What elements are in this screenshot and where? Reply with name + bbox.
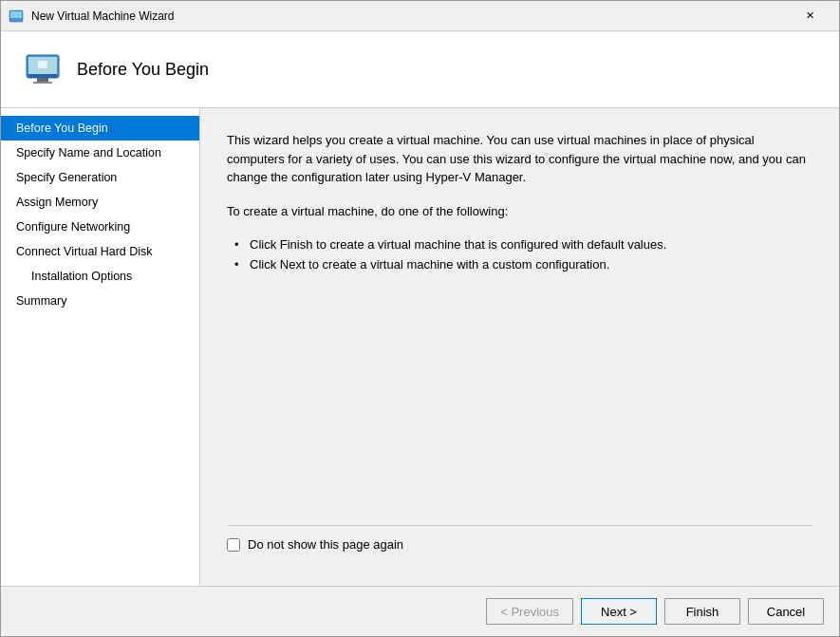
sidebar-item-before-you-begin[interactable]: Before You Begin xyxy=(1,116,199,141)
sidebar-item-specify-generation[interactable]: Specify Generation xyxy=(1,165,199,190)
sidebar-item-configure-networking[interactable]: Configure Networking xyxy=(1,215,199,239)
sidebar: Before You BeginSpecify Name and Locatio… xyxy=(1,108,200,586)
sidebar-item-specify-name[interactable]: Specify Name and Location xyxy=(1,141,199,165)
close-button[interactable]: ✕ xyxy=(788,1,831,31)
footer: < Previous Next > Finish Cancel xyxy=(1,586,839,636)
instruction-paragraph: To create a virtual machine, do one of t… xyxy=(227,202,812,221)
do-not-show-row: Do not show this page again xyxy=(227,525,812,563)
wizard-window: New Virtual Machine Wizard ✕ Before You … xyxy=(0,0,840,637)
cancel-button[interactable]: Cancel xyxy=(748,598,824,625)
svg-rect-7 xyxy=(33,82,52,84)
content-area: Before You BeginSpecify Name and Locatio… xyxy=(1,108,839,586)
window-title: New Virtual Machine Wizard xyxy=(31,9,788,23)
sidebar-item-installation-options[interactable]: Installation Options xyxy=(1,264,199,289)
title-bar: New Virtual Machine Wizard ✕ xyxy=(1,1,839,31)
svg-rect-2 xyxy=(10,18,22,21)
header: Before You Begin xyxy=(1,31,839,108)
instructions-list: Click Finish to create a virtual machine… xyxy=(234,235,812,275)
svg-rect-5 xyxy=(28,74,57,78)
svg-rect-6 xyxy=(37,78,48,82)
svg-rect-8 xyxy=(38,61,47,68)
do-not-show-checkbox[interactable] xyxy=(227,538,240,552)
sidebar-item-summary[interactable]: Summary xyxy=(1,289,199,313)
intro-paragraph: This wizard helps you create a virtual m… xyxy=(227,131,812,187)
header-title: Before You Begin xyxy=(77,60,209,80)
do-not-show-label[interactable]: Do not show this page again xyxy=(248,537,403,552)
window-icon xyxy=(9,9,24,24)
bullet-next: Click Next to create a virtual machine w… xyxy=(234,255,812,275)
next-button[interactable]: Next > xyxy=(581,598,657,625)
sidebar-item-connect-vhd[interactable]: Connect Virtual Hard Disk xyxy=(1,239,199,264)
previous-button[interactable]: < Previous xyxy=(486,598,573,625)
header-icon xyxy=(24,50,62,88)
main-content: This wizard helps you create a virtual m… xyxy=(200,108,839,586)
bullet-finish: Click Finish to create a virtual machine… xyxy=(234,235,812,255)
finish-button[interactable]: Finish xyxy=(664,598,740,625)
svg-rect-1 xyxy=(10,11,22,18)
sidebar-item-assign-memory[interactable]: Assign Memory xyxy=(1,190,199,215)
window-controls: ✕ xyxy=(788,1,831,31)
